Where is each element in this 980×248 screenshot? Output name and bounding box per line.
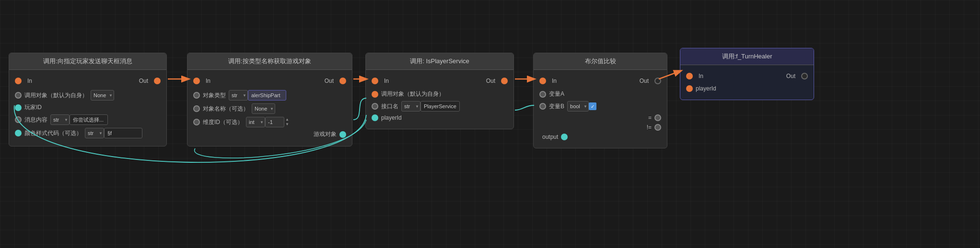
node-get-game-obj-dimid-spinner: ▲ ▼ [285, 117, 289, 127]
node-send-chat-color-row: 颜色样式代码（可选） str §f [15, 128, 161, 138]
node-get-game-obj-dimid-port[interactable] [193, 119, 200, 125]
node-send-chat-io: In Out [15, 75, 161, 87]
node-get-game-obj-name-label: 对象名称（可选） [203, 105, 249, 113]
node-send-chat-msg-value[interactable]: 你尝试选择... [70, 114, 108, 125]
node-is-player-service-iface-value[interactable]: PlayerService [420, 101, 460, 112]
node-send-chat-msg-row: 消息内容 str 你尝试选择... [15, 114, 161, 125]
node-turn-healer-in-port[interactable] [686, 73, 693, 79]
node-send-chat-callee-port[interactable] [15, 92, 22, 99]
node-get-game-obj-output-port[interactable] [339, 131, 346, 138]
node-turn-healer-playerid-port[interactable] [686, 85, 693, 92]
node-bool-compare-vara-row: 变量A [539, 90, 661, 98]
node-send-chat-msg-type-wrap: str [50, 114, 70, 125]
node-get-game-obj-dimid-label: 维度ID（可选） [203, 118, 243, 126]
node-get-game-obj-in-port[interactable] [193, 78, 200, 84]
conn-playerid-vara [515, 105, 534, 110]
node-get-game-obj-dimid-type-select[interactable]: int [246, 117, 265, 127]
node-get-game-obj: 调用:按类型名称获取游戏对象 In Out 对象类型 str alerShipP… [187, 53, 352, 147]
node-bool-compare-varb-label: 变量B [549, 102, 564, 111]
node-bool-compare-in-port[interactable] [539, 78, 546, 84]
node-bool-compare-io: In Out [539, 75, 661, 87]
node-send-chat-color-port[interactable] [15, 130, 22, 136]
node-bool-compare-output-port[interactable] [561, 134, 568, 140]
node-get-game-obj-type-select-wrap: str [229, 90, 248, 101]
node-bool-compare-varb-checkbox[interactable]: ✓ [589, 102, 596, 110]
node-send-chat-callee-label: 调用对象（默认为自身） [24, 91, 88, 100]
node-turn-healer: 调用:f_TurnHealer In Out playerId [680, 48, 814, 100]
node-is-player-service-playerid-label: playerId [381, 114, 402, 121]
node-bool-compare-eq-label: = [648, 114, 652, 121]
node-bool-compare-in-label: In [552, 78, 557, 84]
node-bool-compare-neq-label: != [647, 124, 652, 131]
node-bool-compare-varb-type-select[interactable]: bool [567, 101, 589, 112]
node-get-game-obj-type-port[interactable] [193, 92, 200, 99]
conn-gameobj-callee [353, 98, 366, 120]
node-bool-compare-vara-port[interactable] [539, 91, 546, 98]
node-bool-compare-eq-port[interactable] [654, 114, 661, 121]
node-send-chat-color-label: 颜色样式代码（可选） [24, 129, 82, 137]
node-send-chat-playerid-label: 玩家ID [24, 103, 42, 112]
node-send-chat-msg-type-select[interactable]: str [50, 114, 70, 125]
node-turn-healer-io: In Out [686, 70, 808, 82]
node-send-chat-playerid-port[interactable] [15, 104, 22, 111]
node-get-game-obj-title: 调用:按类型名称获取游戏对象 [187, 53, 352, 70]
node-turn-healer-playerid-label: playerId [696, 85, 716, 92]
node-send-chat-color-value[interactable]: §f [104, 128, 142, 138]
node-is-player-service-iface-label: 接口名 [381, 102, 398, 111]
node-get-game-obj-type-label: 对象类型 [203, 91, 226, 100]
node-send-chat-in-port[interactable] [15, 78, 22, 84]
node-get-game-obj-out-port[interactable] [339, 78, 346, 84]
node-get-game-obj-dimid-input-wrap: ▲ ▼ [265, 117, 289, 127]
node-is-player-service-title: 调用: IsPlayerService [366, 53, 513, 70]
node-send-chat-msg-port[interactable] [15, 116, 22, 123]
node-bool-compare: 布尔值比较 In Out 变量A 变量B bool [533, 53, 667, 148]
node-get-game-obj-dimid-spinner-down[interactable]: ▼ [285, 122, 289, 127]
node-is-player-service-out-port[interactable] [501, 78, 508, 84]
node-is-player-service-playerid-row: playerId [372, 114, 508, 121]
node-is-player-service-iface-type-select[interactable]: str [401, 101, 420, 112]
node-send-chat-playerid-row: 玩家ID [15, 103, 161, 112]
node-is-player-service-callee-port[interactable] [372, 91, 378, 98]
node-send-chat-callee-row: 调用对象（默认为自身） None [15, 90, 161, 101]
node-send-chat-title: 调用:向指定玩家发送聊天框消息 [9, 53, 166, 70]
node-is-player-service-in-label: In [384, 78, 389, 84]
node-get-game-obj-dimid-row: 维度ID（可选） int ▲ ▼ [193, 117, 346, 127]
node-bool-compare-title: 布尔值比较 [534, 53, 667, 70]
node-is-player-service-out-label: Out [486, 78, 495, 84]
node-send-chat-msg-label: 消息内容 [24, 116, 47, 124]
node-bool-compare-output-row: output [539, 134, 661, 140]
node-is-player-service-io: In Out [372, 75, 508, 87]
node-turn-healer-out-label: Out [786, 73, 795, 79]
node-bool-compare-neq-row: != [539, 124, 661, 131]
node-bool-compare-vara-label: 变量A [549, 90, 564, 98]
node-bool-compare-out-port[interactable] [654, 78, 661, 84]
node-is-player-service-iface-port[interactable] [372, 103, 378, 110]
node-is-player-service-in-port[interactable] [372, 78, 378, 84]
node-send-chat-color-type-select[interactable]: str [85, 128, 104, 138]
node-bool-compare-varb-row: 变量B bool ✓ [539, 101, 661, 112]
node-is-player-service-iface-type-wrap: str [401, 101, 420, 112]
node-get-game-obj-io: In Out [193, 75, 346, 87]
node-bool-compare-eq-row: = [539, 114, 661, 121]
node-get-game-obj-dimid-input[interactable] [265, 117, 284, 127]
node-is-player-service-playerid-port[interactable] [372, 114, 378, 121]
node-bool-compare-varb-port[interactable] [539, 103, 546, 110]
node-turn-healer-in-label: In [699, 73, 703, 79]
node-send-chat-in-label: In [27, 78, 32, 84]
node-get-game-obj-name-select-wrap: None [252, 103, 275, 114]
node-get-game-obj-dimid-spinner-up[interactable]: ▲ [285, 117, 289, 122]
node-get-game-obj-type-select[interactable]: str [229, 90, 248, 101]
node-send-chat-color-type-wrap: str [85, 128, 104, 138]
node-bool-compare-neq-port[interactable] [654, 124, 661, 131]
node-get-game-obj-name-port[interactable] [193, 105, 200, 112]
node-send-chat-out-port[interactable] [154, 78, 161, 84]
node-get-game-obj-type-value[interactable]: alerShipPart [248, 90, 286, 101]
node-get-game-obj-output-label: 游戏对象 [314, 130, 337, 138]
node-is-player-service-callee-label: 调用对象（默认为自身） [381, 90, 444, 98]
node-send-chat: 调用:向指定玩家发送聊天框消息 In Out 调用对象（默认为自身） None [9, 53, 167, 147]
node-send-chat-callee-select[interactable]: None [91, 90, 114, 101]
node-turn-healer-out-port[interactable] [801, 73, 808, 79]
node-turn-healer-playerid-row: playerId [686, 85, 808, 92]
node-get-game-obj-name-select[interactable]: None [252, 103, 275, 114]
node-get-game-obj-name-row: 对象名称（可选） None [193, 103, 346, 114]
